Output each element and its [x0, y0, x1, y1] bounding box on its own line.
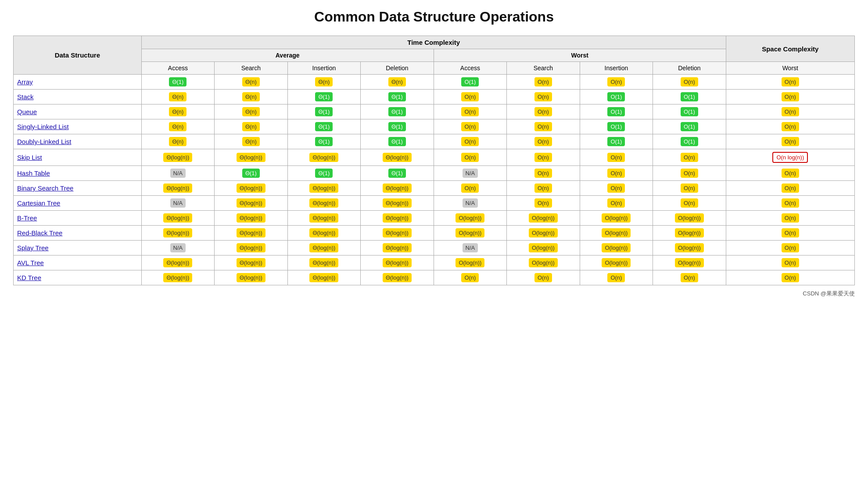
col-header-space: Space Complexity — [726, 36, 854, 62]
wst_insert-cell: O(log(n)) — [580, 241, 653, 255]
ds-name-link[interactable]: Queue — [17, 108, 37, 115]
ds-name-cell[interactable]: Skip List — [14, 149, 142, 166]
space-cell: O(n) — [726, 196, 854, 211]
avg_insert-badge: Θ(log(n)) — [309, 258, 338, 267]
wst_access-badge: N/A — [463, 198, 478, 208]
avg_search-cell: Θ(log(n)) — [215, 226, 288, 241]
space-badge: O(n) — [782, 122, 799, 131]
space-cell: O(n) — [726, 75, 854, 90]
ds-name-cell[interactable]: AVL Tree — [14, 255, 142, 270]
table-row: AVL TreeΘ(log(n))Θ(log(n))Θ(log(n))Θ(log… — [14, 255, 855, 270]
wst_delete-cell: O(log(n)) — [653, 255, 726, 270]
ds-name-link[interactable]: B-Tree — [17, 214, 37, 222]
wst_access-cell: O(log(n)) — [434, 226, 507, 241]
avg_access-cell: Θ(log(n)) — [141, 270, 215, 285]
avg_search-cell: Θ(log(n)) — [215, 149, 288, 166]
avg_delete-badge: Θ(log(n)) — [383, 153, 412, 162]
wst_access-cell: O(1) — [434, 75, 507, 90]
wst_delete-badge: O(n) — [681, 77, 698, 86]
wst_search-cell: O(log(n)) — [507, 211, 580, 226]
avg-deletion-header: Deletion — [361, 62, 434, 75]
ds-name-link[interactable]: Skip List — [17, 154, 42, 161]
space-cell: O(n) — [726, 226, 854, 241]
ds-name-link[interactable]: Doubly-Linked List — [17, 138, 71, 145]
avg_access-badge: Θ(log(n)) — [163, 273, 192, 282]
wst_search-badge: O(log(n)) — [529, 258, 558, 267]
avg_search-cell: Θ(log(n)) — [215, 181, 288, 196]
wst_delete-badge: O(1) — [681, 137, 698, 146]
avg_insert-cell: Θ(log(n)) — [287, 196, 361, 211]
ds-name-cell[interactable]: Stack — [14, 90, 142, 104]
ds-name-cell[interactable]: Singly-Linked List — [14, 119, 142, 134]
avg_insert-cell: Θ(log(n)) — [287, 255, 361, 270]
ds-name-link[interactable]: Hash Table — [17, 169, 50, 177]
wst_delete-badge: O(log(n)) — [675, 213, 704, 223]
ds-name-link[interactable]: AVL Tree — [17, 259, 44, 266]
avg_access-badge: Θ(log(n)) — [163, 183, 192, 193]
ds-name-link[interactable]: Singly-Linked List — [17, 123, 69, 130]
ds-name-link[interactable]: Splay Tree — [17, 244, 49, 252]
space-cell: O(n) — [726, 104, 854, 119]
table-row: Singly-Linked ListΘ(n)Θ(n)Θ(1)Θ(1)O(n)O(… — [14, 119, 855, 134]
wst_delete-badge: O(n) — [681, 198, 698, 208]
avg_search-badge: Θ(log(n)) — [237, 153, 265, 162]
wst_access-badge: O(n) — [461, 273, 479, 282]
table-row: Splay TreeN/AΘ(log(n))Θ(log(n))Θ(log(n))… — [14, 241, 855, 255]
avg_delete-badge: Θ(log(n)) — [383, 243, 412, 252]
ds-name-link[interactable]: Red-Black Tree — [17, 229, 62, 237]
space-cell: O(n) — [726, 270, 854, 285]
avg_insert-cell: Θ(n) — [287, 75, 361, 90]
avg_access-badge: N/A — [170, 198, 186, 208]
wst_insert-badge: O(n) — [607, 183, 625, 193]
ds-name-cell[interactable]: Binary Search Tree — [14, 181, 142, 196]
ds-name-cell[interactable]: KD Tree — [14, 270, 142, 285]
wst_insert-badge: O(n) — [607, 153, 625, 162]
avg_delete-cell: Θ(1) — [361, 104, 434, 119]
avg_insert-cell: Θ(1) — [287, 166, 361, 181]
ds-name-cell[interactable]: Doubly-Linked List — [14, 134, 142, 149]
ds-name-cell[interactable]: Array — [14, 75, 142, 90]
avg_access-badge: N/A — [170, 169, 186, 178]
ds-name-cell[interactable]: B-Tree — [14, 211, 142, 226]
avg_search-badge: Θ(n) — [242, 137, 260, 146]
avg_insert-badge: Θ(log(n)) — [309, 213, 338, 223]
wst_search-badge: O(log(n)) — [529, 228, 558, 237]
space-cell: O(n) — [726, 181, 854, 196]
ds-name-link[interactable]: KD Tree — [17, 274, 41, 281]
ds-name-cell[interactable]: Red-Black Tree — [14, 226, 142, 241]
avg_search-cell: Θ(n) — [215, 134, 288, 149]
wst_insert-badge: O(n) — [607, 77, 625, 86]
wst_delete-cell: O(1) — [653, 134, 726, 149]
avg_delete-cell: Θ(1) — [361, 134, 434, 149]
ds-name-link[interactable]: Stack — [17, 93, 34, 101]
table-wrapper: Data Structure Time Complexity Space Com… — [13, 36, 855, 285]
ds-name-link[interactable]: Cartesian Tree — [17, 199, 60, 207]
ds-name-link[interactable]: Binary Search Tree — [17, 184, 73, 192]
wst_delete-badge: O(1) — [681, 122, 698, 131]
space-cell: O(n) — [726, 119, 854, 134]
wst_access-badge: O(log(n)) — [456, 213, 484, 223]
wst_access-badge: O(log(n)) — [456, 228, 484, 237]
ds-name-link[interactable]: Array — [17, 78, 33, 86]
avg_delete-badge: Θ(log(n)) — [383, 198, 412, 208]
avg_access-badge: Θ(n) — [169, 92, 187, 101]
avg_delete-badge: Θ(1) — [388, 92, 406, 101]
wst_access-cell: O(log(n)) — [434, 255, 507, 270]
wst_insert-cell: O(n) — [580, 181, 653, 196]
wst_access-badge: O(n) — [461, 137, 479, 146]
col-header-average: Average — [141, 49, 434, 62]
wst_insert-cell: O(1) — [580, 104, 653, 119]
ds-name-cell[interactable]: Queue — [14, 104, 142, 119]
space-badge: O(n) — [782, 107, 799, 116]
avg_access-badge: Θ(log(n)) — [163, 153, 192, 162]
table-row: Doubly-Linked ListΘ(n)Θ(n)Θ(1)Θ(1)O(n)O(… — [14, 134, 855, 149]
ds-name-cell[interactable]: Cartesian Tree — [14, 196, 142, 211]
avg_search-cell: Θ(log(n)) — [215, 270, 288, 285]
wst_delete-badge: O(log(n)) — [675, 258, 704, 267]
ds-name-cell[interactable]: Hash Table — [14, 166, 142, 181]
wst_access-cell: O(n) — [434, 149, 507, 166]
avg_search-cell: Θ(log(n)) — [215, 196, 288, 211]
ds-name-cell[interactable]: Splay Tree — [14, 241, 142, 255]
space-badge: O(n) — [782, 77, 799, 86]
space-cell: O(n) — [726, 134, 854, 149]
